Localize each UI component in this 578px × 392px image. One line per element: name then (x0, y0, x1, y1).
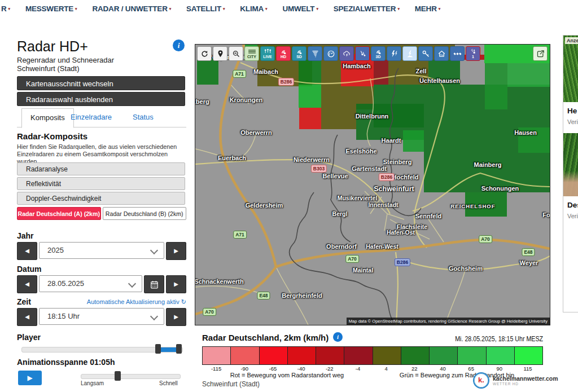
info-icon[interactable]: i (173, 39, 185, 51)
live-radar-button[interactable]: LIVE (260, 46, 275, 61)
date-row: ◀ 28.05.2025 ▶ (17, 275, 186, 292)
tornado-button[interactable] (308, 46, 322, 61)
time-prev-button[interactable]: ◀ (17, 308, 37, 326)
ad-tag: Anze (565, 37, 578, 44)
time-row: ◀ 18:15 Uhr ▶ (17, 308, 186, 325)
radar-person-button[interactable]: 1 (466, 46, 480, 61)
ad-title[interactable]: He var op (563, 102, 578, 117)
time-select[interactable]: 18:15 Uhr (39, 308, 164, 325)
nav-item-messwerte[interactable]: MESSWERTE▾ (25, 5, 77, 19)
caret-down-icon: ▾ (265, 7, 267, 11)
composite-button-3[interactable]: Doppler-Geschwindigkeit (17, 192, 185, 205)
key-button[interactable] (418, 46, 433, 61)
map-place-label: Schonungen (481, 185, 519, 192)
date-next-button[interactable]: ▶ (166, 275, 186, 293)
cloud-lightning-button[interactable] (339, 46, 354, 61)
legend-segment (203, 347, 231, 364)
map-place-label: Zell (416, 68, 427, 74)
nav-item-r[interactable]: R▾ (1, 5, 10, 19)
player-handle-end[interactable] (176, 344, 182, 354)
map-place-label: Eselshöhe (345, 148, 376, 155)
play-button[interactable]: ▶ (18, 371, 42, 385)
map-place-label: Hausen (514, 129, 537, 136)
legend-info-icon[interactable]: i (333, 332, 343, 342)
toolbar-button-label: CITY (247, 55, 256, 59)
road-badge: A70 (479, 235, 492, 243)
ad-source: Veri (563, 117, 578, 125)
radar-ab-row: Radar Deutschland (A) (2km)Radar Deutsch… (17, 207, 186, 220)
satellite-button[interactable] (450, 46, 465, 61)
road-badge: A70 (203, 308, 216, 316)
nav-item-radar-unwetter[interactable]: RADAR / UNWETTER▾ (92, 5, 171, 19)
radar-hide-button[interactable]: Radarauswahl ausblenden (17, 92, 185, 106)
radar-source-button-b[interactable]: Radar Deutschland (B) (2km) (103, 207, 187, 220)
lightning-button[interactable] (387, 46, 401, 61)
speed-slider-handle[interactable] (115, 371, 121, 381)
year-select[interactable]: 2025 (39, 242, 164, 259)
location-button[interactable] (213, 46, 227, 61)
radar-map[interactable]: PoppenhausenMaibachHambachZellÜchtelhaus… (195, 44, 550, 325)
map-place-label: Niederwerrn (294, 156, 330, 163)
player-handle-start[interactable] (155, 344, 161, 354)
map-place-label: Fo (542, 212, 550, 218)
ad-image-grass[interactable] (563, 36, 578, 102)
ad-title[interactable]: Des de (563, 196, 578, 211)
toolbar-button-label: SD (296, 55, 302, 59)
refresh-button[interactable] (197, 46, 212, 61)
radar-tabs: KompositsEinzelradareStatus (17, 108, 186, 127)
nav-item-spezialwetter[interactable]: SPEZIALWETTER▾ (334, 5, 400, 19)
map-place-label: Gartenstadt (352, 165, 387, 172)
nav-item-label: R (1, 5, 7, 13)
date-prev-button[interactable]: ◀ (17, 275, 37, 293)
ad-image-leaves[interactable] (563, 133, 578, 196)
legend-ticks: -115-90-65-40-22-4422406590115 (202, 365, 542, 372)
share-icon (536, 50, 545, 58)
zoom-out-button[interactable] (229, 46, 243, 61)
share-button[interactable] (533, 46, 548, 61)
year-prev-button[interactable]: ◀ (17, 242, 37, 260)
footer-location: Schweinfurt (Stadt) (202, 380, 260, 388)
road-badge: A70 (345, 255, 359, 263)
tab-status[interactable]: Status (133, 108, 154, 127)
composite-button-2[interactable]: Reflektivität (17, 177, 185, 190)
nav-item-umwelt[interactable]: UMWELT▾ (282, 5, 318, 19)
zoom-out-icon (232, 50, 240, 58)
nav-item-label: SATELLIT (186, 5, 221, 13)
composite-button-1[interactable]: Radaranalyse (17, 162, 185, 175)
time-next-button[interactable]: ▶ (166, 308, 186, 326)
storm-track-icon (327, 50, 335, 58)
city-layer-button[interactable]: CITY (244, 46, 259, 61)
lightning-ground-button[interactable] (402, 46, 417, 61)
year-next-button[interactable]: ▶ (166, 242, 186, 260)
nav-item-satellit[interactable]: SATELLIT▾ (186, 5, 225, 19)
map-place-label: Schnackenwerth (195, 278, 244, 285)
map-switch-button[interactable]: Kartenausschnitt wechseln (17, 76, 185, 90)
nav-item-mehr[interactable]: MEHR▾ (415, 5, 440, 19)
calendar-button[interactable] (144, 275, 164, 293)
map-place-label: Mainberg (474, 161, 502, 168)
tab-einzelradare[interactable]: Einzelradare (71, 108, 112, 127)
legend-segment (401, 347, 430, 364)
caret-down-icon: ▾ (75, 7, 77, 11)
radar-sd-button[interactable]: SD (292, 46, 306, 61)
date-value: 28.05.2025 (47, 279, 84, 288)
legend-tick: 90 (485, 365, 514, 372)
precipitation-type-button[interactable] (355, 46, 370, 61)
time-value: 18:15 Uhr (47, 312, 80, 320)
date-select[interactable]: 28.05.2025 (39, 275, 142, 292)
radar-3d-button[interactable]: 3D (371, 46, 386, 61)
legend-tick: 40 (428, 365, 457, 372)
nav-item-klima[interactable]: KLIMA▾ (240, 5, 267, 19)
year-label: Jahr (17, 231, 34, 240)
location-icon (216, 50, 225, 58)
radar-hd-button[interactable]: HD (276, 46, 291, 61)
radar-source-button-a[interactable]: Radar Deutschland (A) (2km) (17, 207, 101, 220)
home-warning-button[interactable] (434, 46, 449, 61)
storm-track-button[interactable] (323, 46, 338, 61)
auto-update-toggle[interactable]: Automatische Aktualisierung aktiv ↻ (87, 298, 186, 306)
tab-komposits[interactable]: Komposits (21, 108, 74, 128)
legend-tick: 115 (514, 365, 542, 372)
caret-down-icon: ▾ (316, 7, 318, 11)
road-badge: B286 (395, 258, 410, 266)
speed-slider-track[interactable] (81, 374, 181, 379)
